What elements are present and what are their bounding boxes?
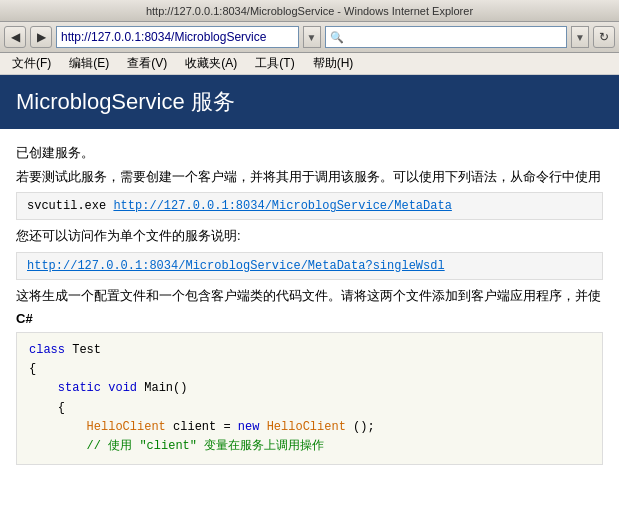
menu-view[interactable]: 查看(V)	[119, 53, 175, 74]
comment-line: // 使用 "client" 变量在服务上调用操作	[87, 439, 325, 453]
class-helloclient2: HelloClient	[267, 420, 346, 434]
window-title: http://127.0.0.1:8034/MicroblogService -…	[4, 5, 615, 17]
title-bar: http://127.0.0.1:8034/MicroblogService -…	[0, 0, 619, 22]
class-name: Test	[72, 343, 101, 357]
menu-edit[interactable]: 编辑(E)	[61, 53, 117, 74]
refresh-button[interactable]: ↻	[593, 26, 615, 48]
code-line-6: // 使用 "client" 变量在服务上调用操作	[29, 437, 590, 456]
var-client: client =	[173, 420, 238, 434]
search-icon: 🔍	[330, 31, 344, 44]
back-icon: ◀	[11, 30, 20, 44]
singlewsdl-block: http://127.0.0.1:8034/MicroblogService/M…	[16, 252, 603, 280]
menu-help[interactable]: 帮助(H)	[305, 53, 362, 74]
line4: 这将生成一个配置文件和一个包含客户端类的代码文件。请将这两个文件添加到客户端应用…	[16, 286, 603, 306]
keyword-void: void	[108, 381, 137, 395]
search-dropdown2-button[interactable]: ▼	[571, 26, 589, 48]
menu-file[interactable]: 文件(F)	[4, 53, 59, 74]
search-dropdown-button[interactable]: ▼	[303, 26, 321, 48]
dropdown-icon: ▼	[307, 32, 317, 43]
menu-bar: 文件(F) 编辑(E) 查看(V) 收藏夹(A) 工具(T) 帮助(H)	[0, 53, 619, 75]
line1: 已创建服务。	[16, 143, 603, 163]
line3: 您还可以访问作为单个文件的服务说明:	[16, 226, 603, 246]
class-helloclient: HelloClient	[87, 420, 166, 434]
line2: 若要测试此服务，需要创建一个客户端，并将其用于调用该服务。可以使用下列语法，从命…	[16, 167, 603, 187]
code-line-5: HelloClient client = new HelloClient ();	[29, 418, 590, 437]
page-header: MicroblogService 服务	[0, 75, 619, 129]
nav-bar: ◀ ▶ http://127.0.0.1:8034/MicroblogServi…	[0, 22, 619, 52]
code-line-4: {	[29, 399, 590, 418]
refresh-icon: ↻	[599, 30, 609, 44]
search-dropdown-icon: ▼	[575, 32, 585, 43]
code-line-2: {	[29, 360, 590, 379]
code-block: class Test { static void Main() { HelloC…	[16, 332, 603, 465]
keyword-new: new	[238, 420, 260, 434]
keyword-static: static	[58, 381, 101, 395]
page-title: MicroblogService 服务	[16, 89, 235, 114]
address-bar[interactable]: http://127.0.0.1:8034/MicroblogService	[56, 26, 299, 48]
svcutil-link[interactable]: http://127.0.0.1:8034/MicroblogService/M…	[113, 199, 451, 213]
forward-icon: ▶	[37, 30, 46, 44]
constructor-parens: ();	[353, 420, 375, 434]
menu-favorites[interactable]: 收藏夹(A)	[177, 53, 245, 74]
singlewsdl-link[interactable]: http://127.0.0.1:8034/MicroblogService/M…	[27, 259, 445, 273]
svcutil-block: svcutil.exe http://127.0.0.1:8034/Microb…	[16, 192, 603, 220]
keyword-class: class	[29, 343, 65, 357]
address-text: http://127.0.0.1:8034/MicroblogService	[61, 30, 266, 44]
code-line-3: static void Main()	[29, 379, 590, 398]
forward-button[interactable]: ▶	[30, 26, 52, 48]
page-content: 已创建服务。 若要测试此服务，需要创建一个客户端，并将其用于调用该服务。可以使用…	[0, 129, 619, 481]
search-box[interactable]: 🔍	[325, 26, 568, 48]
menu-tools[interactable]: 工具(T)	[247, 53, 302, 74]
svcutil-prefix: svcutil.exe	[27, 199, 113, 213]
cs-label: C#	[16, 311, 603, 326]
code-line-1: class Test	[29, 341, 590, 360]
method-name: Main()	[144, 381, 187, 395]
back-button[interactable]: ◀	[4, 26, 26, 48]
